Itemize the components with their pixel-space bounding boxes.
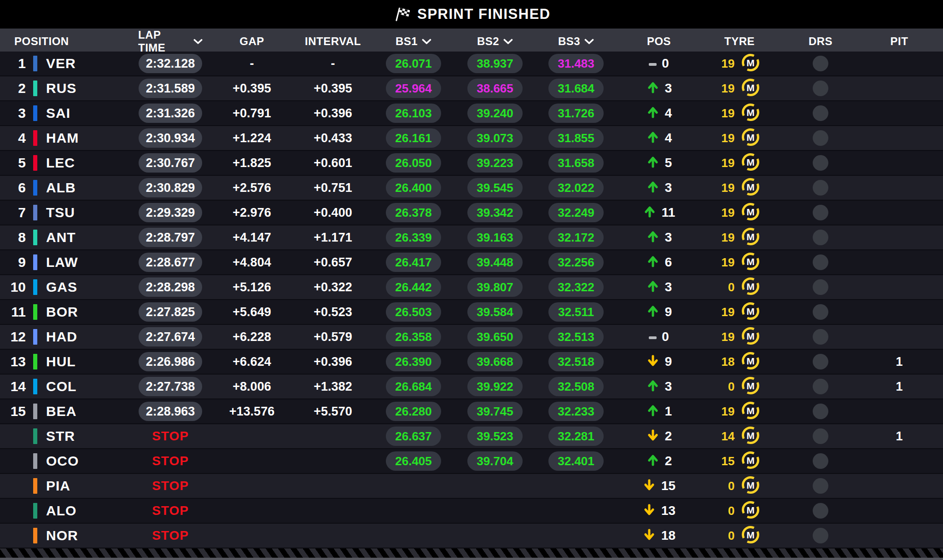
table-row: STR STOP 26.637 39.523 32.281 2 14 M 1 (0, 424, 943, 449)
team-color-bar (33, 528, 37, 543)
pit-count: 1 (896, 355, 902, 369)
driver-code: HAM (46, 130, 79, 146)
interval-value: - (331, 57, 335, 71)
position-number: 2 (0, 81, 26, 96)
svg-text:M: M (746, 281, 755, 292)
team-color-bar (33, 230, 37, 245)
position-number: 1 (0, 56, 26, 71)
position-number: 11 (0, 304, 26, 320)
tyre-medium-icon: M (741, 326, 760, 347)
position-number: 13 (0, 354, 26, 369)
interval-value: +0.579 (314, 330, 352, 344)
tyre-medium-icon: M (741, 252, 760, 273)
driver-code: OCO (46, 453, 79, 469)
svg-text:M: M (746, 132, 755, 143)
sector-2-time: 39.073 (467, 128, 523, 148)
svg-text:M: M (746, 505, 755, 515)
svg-text:M: M (746, 455, 755, 466)
column-header-bs2[interactable]: BS2 (462, 35, 528, 48)
gap-value: +6.228 (233, 330, 271, 344)
sector-2-time: 39.163 (467, 228, 523, 247)
svg-text:M: M (746, 157, 755, 167)
interval-value: +0.523 (314, 305, 352, 319)
drs-indicator (813, 404, 828, 419)
drs-indicator (813, 205, 828, 220)
interval-value: +0.322 (314, 280, 352, 294)
team-color-bar (33, 81, 37, 96)
interval-value: +0.751 (314, 181, 352, 195)
lap-time: 2:31.589 (139, 79, 203, 98)
drs-indicator (813, 56, 828, 71)
tyre-laps-count: 14 (719, 429, 735, 444)
table-row: 11 BOR 2:27.825 +5.649 +0.523 26.503 39.… (0, 300, 943, 325)
lap-time: 2:28.298 (139, 277, 203, 297)
team-color-bar (33, 105, 37, 121)
team-color-bar (33, 453, 37, 469)
sector-2-time: 39.342 (467, 203, 523, 222)
position-change-value: 0 (662, 56, 669, 71)
drs-indicator (813, 155, 828, 171)
tyre-medium-icon: M (741, 351, 760, 372)
drs-indicator (813, 354, 828, 369)
sector-3-time: 32.233 (548, 402, 604, 421)
position-number: 3 (0, 105, 26, 121)
table-row: NOR STOP 18 0 M (0, 524, 943, 548)
interval-value: +0.396 (314, 106, 352, 121)
tyre-medium-icon: M (741, 103, 760, 124)
sector-3-time: 32.511 (548, 302, 604, 322)
team-color-bar (33, 130, 37, 146)
table-row: 3 SAI 2:31.326 +0.791 +0.396 26.103 39.2… (0, 101, 943, 126)
column-header-pos: POS (624, 35, 693, 48)
tyre-medium-icon: M (741, 152, 760, 173)
gap-value: +8.006 (233, 380, 271, 394)
stop-label: STOP (145, 476, 196, 496)
column-header-lap-time[interactable]: LAP TIME (138, 29, 203, 54)
position-up-arrow-icon (646, 404, 660, 419)
sector-3-time: 31.726 (548, 104, 604, 123)
position-down-arrow-icon (642, 503, 656, 519)
team-color-bar (33, 428, 37, 444)
driver-code: NOR (46, 528, 78, 543)
tyre-medium-icon: M (741, 53, 760, 74)
position-number: 5 (0, 155, 26, 171)
column-header-bs1[interactable]: BS1 (365, 35, 462, 48)
table-row: 12 HAD 2:27.674 +6.228 +0.579 26.358 39.… (0, 325, 943, 350)
drs-indicator (813, 304, 828, 320)
tyre-laps-count: 0 (719, 380, 735, 394)
position-number: 10 (0, 279, 26, 295)
lap-time: 2:31.326 (139, 104, 203, 123)
tyre-medium-icon: M (741, 401, 760, 422)
gap-value: +6.624 (233, 355, 271, 369)
table-row: 13 HUL 2:26.986 +6.624 +0.396 26.390 39.… (0, 350, 943, 375)
team-color-bar (33, 478, 37, 494)
tyre-laps-count: 0 (719, 504, 735, 518)
sort-chevron-down-icon (193, 39, 203, 45)
column-header-bs3[interactable]: BS3 (528, 35, 624, 48)
tyre-laps-count: 19 (719, 57, 735, 71)
tyre-medium-icon: M (741, 227, 760, 248)
session-status-title: SPRINT FINISHED (417, 6, 550, 23)
column-header-interval: INTERVAL (301, 35, 365, 48)
driver-code: LEC (46, 155, 75, 171)
column-header-drs: DRS (786, 35, 856, 48)
position-change-value: 2 (665, 429, 672, 444)
lap-time: 2:29.329 (139, 203, 203, 222)
team-color-bar (33, 304, 37, 320)
svg-text:M: M (746, 381, 755, 391)
svg-text:M: M (746, 480, 755, 491)
sector-1-time: 26.103 (386, 104, 441, 123)
position-change-value: 18 (661, 528, 675, 543)
lap-time: 2:26.986 (139, 352, 203, 371)
tyre-laps-count: 0 (719, 529, 735, 543)
driver-code: ALB (46, 180, 76, 196)
svg-text:M: M (746, 356, 755, 366)
sector-3-time: 32.281 (548, 427, 604, 446)
gap-value: +5.649 (233, 305, 271, 319)
svg-text:M: M (746, 182, 755, 192)
sector-3-time: 32.249 (548, 203, 604, 222)
position-change-value: 5 (665, 156, 672, 170)
session-status-bar: SPRINT FINISHED (0, 0, 943, 29)
sector-2-time: 38.937 (467, 54, 523, 73)
drs-indicator (813, 503, 828, 519)
driver-code: HUL (46, 354, 76, 369)
